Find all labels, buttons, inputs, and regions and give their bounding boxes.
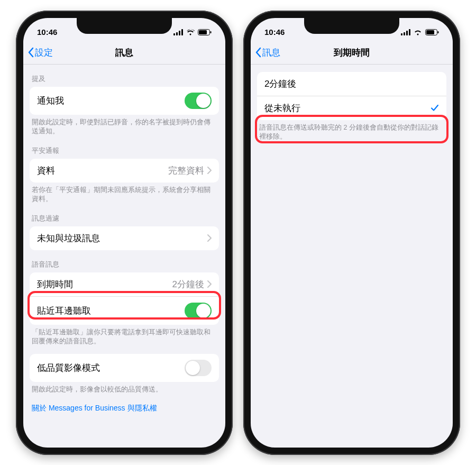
cell-group-quality: 低品質影像模式 [30,354,219,382]
screen-left: 10:46 設定 訊息 提及 通知我 開啟此設定時，即使對話已靜音， [23,18,225,448]
cell-group-voice: 到期時間 2分鐘後 貼近耳邊聽取 [30,272,219,325]
status-indicators [173,29,212,35]
expire-value: 2分鐘後 [172,278,204,290]
svg-rect-3 [181,29,183,35]
mention-footer: 開啟此設定時，即使對話已靜音，你的名字被提到時仍會傳送通知。 [23,115,225,136]
raise-listen-toggle[interactable] [185,303,212,319]
page-title: 到期時間 [334,47,370,59]
nav-bar: 訊息 到期時間 [251,41,453,65]
page-title: 訊息 [115,47,133,59]
back-label: 訊息 [262,47,280,59]
notify-me-toggle[interactable] [185,93,212,109]
svg-rect-12 [426,30,434,34]
chevron-left-icon [28,47,34,58]
option-2min-label: 2分鐘後 [264,78,439,90]
section-header-safety: 平安通報 [23,136,225,159]
svg-rect-5 [199,30,207,34]
svg-rect-0 [173,33,175,35]
cell-group-expire-options: 2分鐘後 從未執行 [257,72,446,120]
cell-group-filter: 未知與垃圾訊息 [30,226,219,250]
svg-rect-9 [406,31,408,35]
low-quality-row[interactable]: 低品質影像模式 [30,354,219,382]
status-time: 10:46 [264,28,285,37]
voice-footer: 「貼近耳邊聽取」讓你只要將電話拿到耳邊即可快速聽取和回覆傳來的語音訊息。 [23,325,225,347]
unknown-spam-label: 未知與垃圾訊息 [37,232,207,244]
phone-right: 10:46 訊息 到期時間 2分鐘後 從未執行 [243,11,460,455]
cell-group-mention: 通知我 [30,87,219,115]
unknown-spam-row[interactable]: 未知與垃圾訊息 [30,226,219,250]
phone-left: 10:46 設定 訊息 提及 通知我 開啟此設定時，即使對話已靜音， [16,11,233,455]
chevron-left-icon [255,47,261,58]
screen-right: 10:46 訊息 到期時間 2分鐘後 從未執行 [251,18,453,448]
notch [304,18,399,34]
status-time: 10:46 [37,28,57,37]
nav-bar: 設定 訊息 [23,41,225,65]
signal-icon [401,29,410,35]
raise-listen-row[interactable]: 貼近耳邊聽取 [30,296,219,325]
svg-rect-10 [409,29,410,35]
svg-rect-1 [176,32,178,35]
option-2min-row[interactable]: 2分鐘後 [257,72,446,96]
signal-icon [173,29,183,35]
low-quality-label: 低品質影像模式 [37,362,185,374]
raise-listen-label: 貼近耳邊聽取 [37,305,185,317]
low-quality-toggle[interactable] [185,360,212,376]
status-indicators [401,29,439,35]
svg-rect-6 [210,31,212,33]
wifi-icon [186,29,195,35]
safety-data-label: 資料 [37,165,168,177]
expire-label: 到期時間 [37,278,172,290]
option-never-label: 從未執行 [264,102,431,114]
settings-content[interactable]: 提及 通知我 開啟此設定時，即使對話已靜音，你的名字被提到時仍會傳送通知。 平安… [23,65,225,448]
about-link[interactable]: 關於 Messages for Business 與隱私權 [23,394,225,423]
quality-footer: 開啟此設定時，影像會以較低的品質傳送。 [23,382,225,395]
svg-rect-7 [401,33,402,35]
battery-icon [198,29,212,35]
section-header-filter: 訊息過濾 [23,204,225,226]
expire-row[interactable]: 到期時間 2分鐘後 [30,272,219,296]
chevron-right-icon [207,167,212,174]
safety-data-value: 完整資料 [168,165,204,177]
safety-footer: 若你在「平安通報」期間未回應系統提示，系統會分享相關資料。 [23,183,225,204]
notify-me-row[interactable]: 通知我 [30,87,219,115]
option-never-row[interactable]: 從未執行 [257,96,446,120]
checkmark-icon [431,104,439,112]
svg-rect-8 [404,32,405,35]
safety-data-row[interactable]: 資料 完整資料 [30,159,219,183]
svg-rect-2 [179,31,180,35]
cell-group-safety: 資料 完整資料 [30,159,219,183]
chevron-right-icon [207,234,212,242]
section-header-mention: 提及 [23,65,225,87]
svg-rect-13 [438,31,439,33]
expire-footer: 語音訊息在傳送或聆聽完的 2 分鐘後會自動從你的對話記錄裡移除。 [251,120,453,142]
back-button[interactable]: 設定 [28,47,53,59]
settings-content[interactable]: 2分鐘後 從未執行 語音訊息在傳送或聆聽完的 2 分鐘後會自動從你的對話記錄裡移… [251,65,453,448]
back-button[interactable]: 訊息 [255,47,280,59]
wifi-icon [414,29,422,35]
section-header-voice: 語音訊息 [23,250,225,272]
battery-icon [425,29,439,35]
notify-me-label: 通知我 [37,95,185,107]
notch [77,18,172,34]
chevron-right-icon [207,280,212,288]
back-label: 設定 [35,47,53,59]
